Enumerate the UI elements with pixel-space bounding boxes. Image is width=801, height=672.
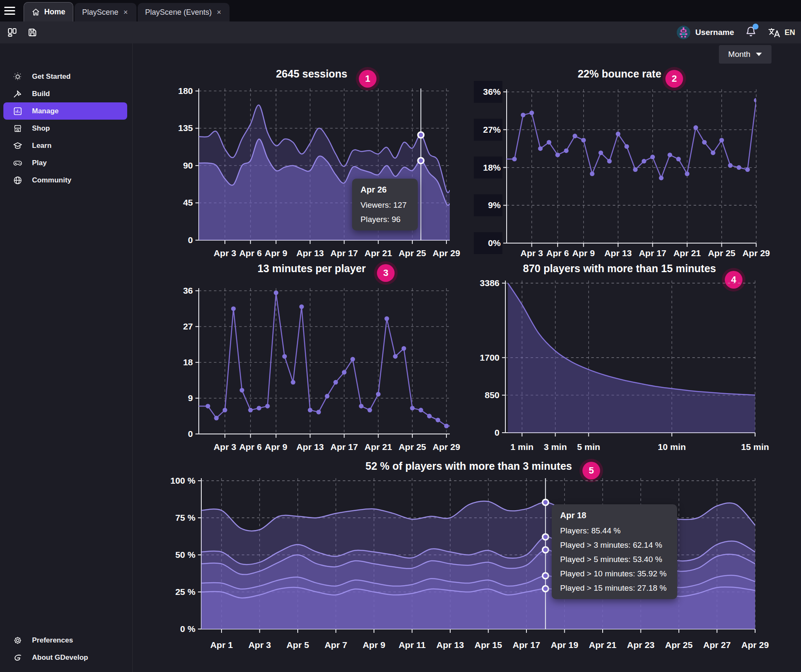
- svg-text:1 min: 1 min: [510, 442, 534, 452]
- svg-text:Apr 17: Apr 17: [639, 248, 666, 258]
- svg-text:0: 0: [188, 429, 193, 439]
- svg-text:1700: 1700: [480, 353, 499, 362]
- svg-text:Apr 11: Apr 11: [398, 640, 426, 650]
- svg-text:Apr 23: Apr 23: [627, 640, 654, 650]
- tooltip-line: Played > 15 minutes: 27.18 %: [560, 584, 669, 593]
- tooltip-line: Players: 96: [360, 215, 409, 224]
- svg-text:Apr 3: Apr 3: [521, 248, 543, 258]
- svg-text:Apr 3: Apr 3: [214, 442, 236, 452]
- svg-text:75 %: 75 %: [175, 513, 195, 522]
- tooltip-line: Played > 5 minutes: 53.40 %: [560, 555, 669, 564]
- svg-text:Apr 29: Apr 29: [741, 640, 769, 650]
- svg-text:Apr 7: Apr 7: [325, 640, 347, 650]
- svg-text:Apr 3: Apr 3: [214, 248, 236, 258]
- svg-text:18: 18: [183, 357, 193, 367]
- svg-text:Apr 5: Apr 5: [286, 640, 309, 650]
- chart-plot-session-duration[interactable]: [505, 283, 755, 433]
- tooltip-line: Played > 3 minutes: 62.14 %: [560, 541, 669, 550]
- svg-text:Apr 21: Apr 21: [673, 248, 701, 258]
- chart-tooltip-sessions: Apr 26 Viewers: 127 Players: 96: [352, 179, 418, 230]
- svg-text:0 %: 0 %: [180, 624, 196, 634]
- svg-text:5 min: 5 min: [577, 442, 600, 452]
- svg-text:Apr 13: Apr 13: [436, 640, 464, 650]
- svg-text:9%: 9%: [488, 200, 501, 210]
- svg-text:Apr 25: Apr 25: [665, 640, 693, 650]
- svg-text:Apr 21: Apr 21: [589, 640, 617, 650]
- svg-text:Apr 15: Apr 15: [475, 640, 502, 650]
- svg-text:25 %: 25 %: [175, 587, 195, 597]
- svg-text:27: 27: [183, 321, 193, 331]
- svg-text:9: 9: [188, 393, 193, 403]
- svg-text:18%: 18%: [483, 163, 501, 172]
- svg-text:50 %: 50 %: [175, 550, 195, 560]
- svg-text:Apr 17: Apr 17: [331, 442, 358, 452]
- chart-plot-bounce-rate[interactable]: [507, 92, 756, 243]
- tooltip-line: Played > 10 minutes: 35.92 %: [560, 569, 669, 578]
- svg-text:0%: 0%: [488, 238, 501, 248]
- svg-text:135: 135: [178, 123, 193, 133]
- svg-text:Apr 9: Apr 9: [265, 248, 288, 258]
- svg-text:27%: 27%: [483, 125, 501, 134]
- svg-text:180: 180: [178, 86, 193, 96]
- svg-text:Apr 13: Apr 13: [296, 248, 324, 258]
- svg-text:Apr 29: Apr 29: [742, 248, 770, 258]
- tooltip-line: Players: 85.44 %: [560, 526, 669, 535]
- tooltip-date: Apr 18: [560, 511, 669, 520]
- svg-text:90: 90: [183, 161, 193, 170]
- svg-text:Apr 1: Apr 1: [210, 640, 233, 650]
- svg-text:15 min: 15 min: [741, 442, 769, 452]
- svg-text:Apr 9: Apr 9: [572, 248, 595, 258]
- svg-text:Apr 21: Apr 21: [365, 248, 392, 258]
- svg-text:Apr 9: Apr 9: [265, 442, 288, 452]
- chart-tooltip-retention: Apr 18 Players: 85.44 % Played > 3 minut…: [552, 504, 677, 599]
- svg-text:Apr 19: Apr 19: [551, 640, 578, 650]
- svg-text:Apr 6: Apr 6: [239, 248, 262, 258]
- svg-text:Apr 21: Apr 21: [365, 442, 392, 452]
- svg-text:Apr 17: Apr 17: [331, 248, 358, 258]
- svg-text:Apr 13: Apr 13: [604, 248, 632, 258]
- svg-text:Apr 17: Apr 17: [513, 640, 540, 650]
- svg-text:Apr 13: Apr 13: [296, 442, 324, 452]
- tooltip-line: Viewers: 127: [360, 201, 409, 210]
- svg-text:100 %: 100 %: [170, 476, 195, 485]
- svg-text:3 min: 3 min: [544, 442, 567, 452]
- svg-text:Apr 25: Apr 25: [398, 248, 426, 258]
- svg-text:Apr 25: Apr 25: [708, 248, 736, 258]
- svg-text:Apr 29: Apr 29: [433, 248, 460, 258]
- chart-plot-minutes-per-player[interactable]: [199, 291, 450, 434]
- svg-text:Apr 29: Apr 29: [433, 442, 460, 452]
- svg-text:Apr 9: Apr 9: [363, 640, 385, 650]
- svg-text:0: 0: [494, 428, 499, 437]
- svg-text:Apr 6: Apr 6: [239, 442, 262, 452]
- svg-text:36%: 36%: [483, 87, 501, 96]
- svg-text:Apr 6: Apr 6: [546, 248, 569, 258]
- svg-text:Apr 27: Apr 27: [703, 640, 731, 650]
- svg-text:Apr 3: Apr 3: [248, 640, 271, 650]
- svg-text:36: 36: [183, 286, 193, 295]
- svg-text:10 min: 10 min: [658, 442, 686, 452]
- svg-text:45: 45: [183, 198, 193, 207]
- svg-text:850: 850: [485, 390, 499, 400]
- tooltip-date: Apr 26: [360, 185, 409, 195]
- svg-text:3386: 3386: [480, 278, 499, 288]
- svg-text:Apr 25: Apr 25: [398, 442, 426, 452]
- svg-text:0: 0: [188, 235, 193, 245]
